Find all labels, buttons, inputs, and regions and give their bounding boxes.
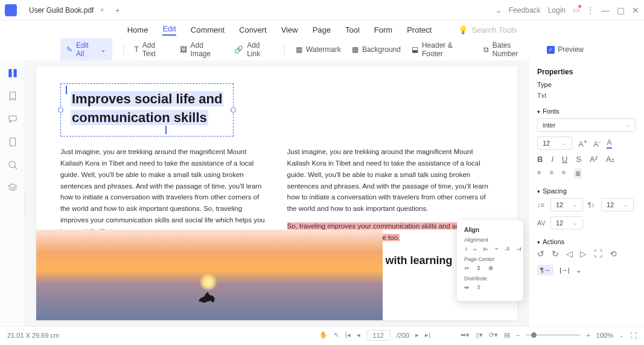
first-page-icon[interactable]: |◂ (345, 331, 351, 339)
chevron-down-icon[interactable]: ⌄ (496, 6, 502, 15)
maximize-button[interactable]: ▢ (617, 5, 625, 15)
layers-icon[interactable] (7, 182, 18, 193)
nav-edit[interactable]: Edit (162, 24, 176, 36)
zoom-value[interactable]: 100% (596, 332, 613, 339)
type-label: Type (537, 81, 636, 88)
align-center-h-icon[interactable]: ⫠ (472, 245, 478, 253)
add-image-button[interactable]: 🖼Add Image (180, 41, 224, 58)
align-right-icon[interactable]: ≡ (562, 169, 566, 179)
svg-rect-2 (9, 116, 16, 121)
bookmark-icon[interactable] (7, 91, 18, 102)
align-left-icon[interactable]: ≡ (537, 169, 541, 179)
comment-icon[interactable] (7, 114, 18, 124)
font-size-select[interactable]: 12⌄ (537, 137, 572, 150)
nav-protect[interactable]: Protect (407, 25, 432, 34)
minimize-button[interactable]: — (601, 5, 610, 15)
read-mode-icon[interactable]: ▤ (504, 331, 510, 339)
superscript-icon[interactable]: A² (590, 155, 598, 164)
distribute-v-icon[interactable]: ⇳ (476, 284, 483, 291)
align-top-icon[interactable]: ⫟ (494, 245, 500, 253)
header-footer-button[interactable]: ⬓Header & Footer (412, 41, 473, 58)
single-page-icon[interactable]: ▯▾ (476, 331, 483, 339)
search-tools-input[interactable]: Search Tools (471, 25, 517, 34)
increase-font-icon[interactable]: A+ (578, 138, 587, 149)
align-center-v-icon[interactable]: ⫡ (505, 245, 511, 253)
center-both-icon[interactable]: ⊕ (488, 265, 496, 272)
close-icon[interactable]: × (100, 6, 104, 15)
direction-rtl-icon[interactable]: |→| (560, 266, 570, 274)
resize-handle-left[interactable] (58, 107, 63, 112)
nav-comment[interactable]: Comment (191, 25, 225, 34)
fonts-heading[interactable]: Fonts (543, 108, 560, 115)
close-button[interactable]: ✕ (632, 5, 639, 15)
distribute-h-icon[interactable]: ⇹ (464, 284, 471, 291)
rotate-view-icon[interactable]: ⟳▾ (489, 331, 498, 339)
align-justify-icon[interactable]: ≣ (574, 169, 582, 179)
next-page-icon[interactable]: ▸ (415, 331, 419, 339)
font-family-select[interactable]: inter⌄ (537, 118, 636, 132)
thumbnails-icon[interactable] (7, 68, 18, 79)
nav-home[interactable]: Home (127, 25, 148, 34)
underline-icon[interactable]: U (562, 155, 567, 164)
login-link[interactable]: Login (548, 6, 566, 15)
nav-page[interactable]: Page (313, 25, 331, 34)
zoom-slider[interactable] (526, 334, 580, 336)
heading-text[interactable]: Improves social life andcommunication sk… (71, 90, 223, 127)
actions-heading[interactable]: Actions (543, 238, 564, 245)
align-center-icon[interactable]: ≡ (549, 169, 553, 179)
add-link-button[interactable]: 🔗Add Link (234, 41, 273, 58)
flip-v-icon[interactable]: ▷ (580, 249, 587, 259)
align-popup[interactable]: Align Alignment ⫞ ⫠ ⫢ ⫟ ⫡ ⫣ Page Center … (457, 221, 523, 301)
align-right-icon[interactable]: ⫢ (483, 245, 489, 253)
watermark-button[interactable]: ▦Watermark (296, 45, 341, 54)
fit-width-icon[interactable]: ⬌▾ (461, 331, 470, 339)
subscript-icon[interactable]: A₂ (606, 155, 614, 164)
feedback-link[interactable]: Feedback (509, 6, 541, 15)
center-h-icon[interactable]: ⇔ (464, 265, 471, 272)
notification-icon[interactable]: ▭ (573, 6, 579, 15)
zoom-out-icon[interactable]: − (516, 332, 520, 339)
rotate-right-icon[interactable]: ↻ (552, 249, 559, 259)
attachment-icon[interactable] (7, 137, 18, 147)
flip-h-icon[interactable]: ◁ (566, 249, 573, 259)
last-page-icon[interactable]: ▸| (425, 331, 430, 339)
rotate-left-icon[interactable]: ↺ (537, 249, 544, 259)
char-spacing-select[interactable]: 12⌄ (550, 216, 583, 230)
zoom-in-icon[interactable]: + (586, 332, 590, 339)
align-bottom-icon[interactable]: ⫣ (515, 245, 521, 253)
nav-tool[interactable]: Tool (345, 25, 360, 34)
italic-icon[interactable]: I (551, 155, 553, 164)
add-tab-button[interactable]: + (115, 5, 120, 15)
more-icon[interactable]: ⋮ (587, 6, 594, 15)
replace-icon[interactable]: ⟲ (610, 249, 617, 259)
search-icon[interactable] (7, 160, 18, 170)
document-tab[interactable]: User Guild Book.pdf × (23, 4, 110, 17)
edit-all-button[interactable]: ✎ Edit All ⌄ (60, 38, 112, 61)
resize-handle-right[interactable] (231, 107, 236, 112)
bold-icon[interactable]: B (537, 155, 543, 164)
align-left-icon[interactable]: ⫞ (464, 245, 467, 253)
selected-text-box[interactable]: Improves social life andcommunication sk… (60, 83, 234, 137)
nav-view[interactable]: View (281, 25, 298, 34)
background-button[interactable]: ▩Background (352, 45, 401, 54)
font-color-icon[interactable]: A (607, 138, 612, 149)
preview-toggle[interactable]: ✓ Preview (547, 45, 584, 54)
prev-page-icon[interactable]: ◂ (357, 331, 360, 339)
crop-icon[interactable]: ⛶ (594, 249, 602, 259)
decrease-font-icon[interactable]: A- (593, 138, 601, 149)
para-spacing-select[interactable]: 12⌄ (601, 198, 634, 211)
add-text-button[interactable]: TAdd Text (134, 41, 168, 58)
strikethrough-icon[interactable]: S (576, 155, 581, 164)
chevron-down-icon[interactable]: ⌄ (576, 266, 581, 274)
line-height-select[interactable]: 12⌄ (550, 198, 583, 211)
hand-tool-icon[interactable]: ✋ (319, 331, 328, 339)
direction-ltr-icon[interactable]: ¶→ (537, 265, 553, 276)
fullscreen-icon[interactable]: ⛶ (630, 332, 637, 339)
nav-convert[interactable]: Convert (239, 25, 267, 34)
bates-number-button[interactable]: ⧉Bates Number (483, 41, 537, 58)
nav-form[interactable]: Form (374, 25, 392, 34)
center-v-icon[interactable]: ⇕ (476, 265, 483, 272)
page-input[interactable]: 112 (366, 330, 391, 341)
spacing-heading[interactable]: Spacing (543, 187, 567, 195)
select-tool-icon[interactable]: ↖ (334, 331, 339, 339)
